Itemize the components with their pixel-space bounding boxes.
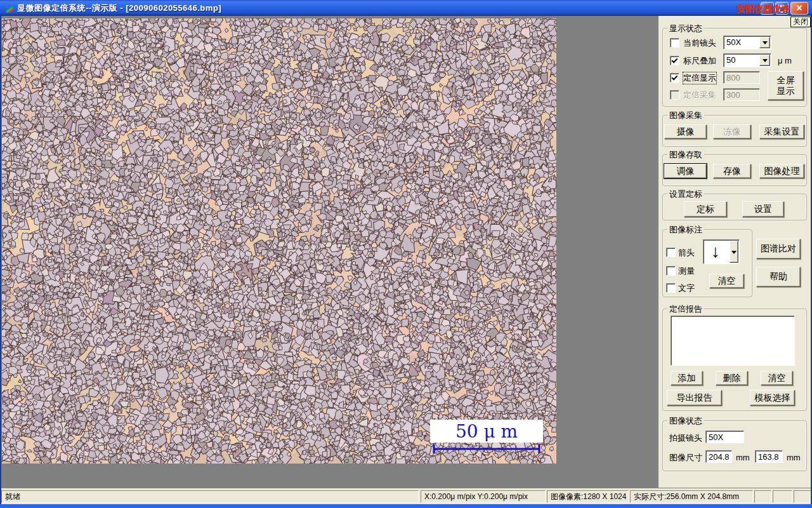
group-capture-title: 图像采集 [667,110,704,121]
current-lens-combobox[interactable]: 50X [723,36,771,50]
close-tooltip: 关闭 [790,17,811,27]
image-height-unit: mm [787,453,801,462]
text-checkbox[interactable] [666,283,676,293]
ruler-overlay-checkbox[interactable] [670,56,679,65]
fixed-display-checkbox[interactable] [670,73,679,83]
ruler-value: 50 [726,55,735,65]
current-lens-checkbox[interactable] [670,38,679,48]
image-size-label: 图像尺寸 [669,452,702,464]
scalebar-label: 50 μ m [455,421,518,442]
fullscreen-button[interactable]: 全屏 显示 [768,71,804,100]
report-clear-button[interactable]: 清空 [761,371,793,385]
template-select-button[interactable]: 模板选择 [750,390,795,406]
calibrate-button[interactable]: 定标 [684,201,727,217]
group-display-status-title: 显示状态 [667,23,704,34]
shoot-button[interactable]: 摄像 [664,124,707,139]
chevron-down-icon[interactable] [759,37,770,48]
close-button[interactable] [790,2,808,15]
fixed-display-label: 定倍显示 [683,72,716,84]
brand-watermark: 安阳仪器仪表 [737,4,790,15]
group-report-title: 定倍报告 [667,304,704,315]
arrow-label: 箭头 [678,247,695,258]
window-edge-bottom [0,504,812,508]
report-listbox[interactable] [671,316,795,366]
group-calibration-title: 设置定标 [667,189,704,200]
fixed-capture-label: 定倍采集 [683,90,716,101]
image-process-button[interactable]: 图像处理 [759,164,804,178]
report-add-button[interactable]: 添加 [671,371,703,385]
image-width-field: 204.8 [705,450,732,463]
freeze-button: 冻像 [713,124,751,139]
ruler-unit-label: μ m [778,56,792,65]
group-storage-title: 图像存取 [667,149,704,161]
load-image-button[interactable]: 调像 [664,164,707,178]
arrow-annotation-icon: ↓ [711,241,720,262]
status-empty-3 [794,490,811,503]
arrow-style-combobox[interactable]: ↓ [703,239,740,264]
window-title: 显微图像定倍系统--演示版 - [20090602055646.bmp] [17,3,221,14]
capture-lens-field: 50X [705,431,744,443]
image-height-field: 163.8 [755,450,783,463]
annotation-clear-button[interactable]: 清空 [709,274,744,288]
fullscreen-button-line1: 全屏 [777,75,795,86]
text-label: 文字 [678,283,695,294]
measure-label: 测量 [678,265,695,277]
scalebar-line [430,443,543,455]
chevron-down-icon[interactable] [730,241,738,263]
help-button[interactable]: 帮助 [756,267,801,287]
calibration-settings-button[interactable]: 设置 [742,201,784,217]
status-ready: 就绪 [1,490,419,503]
chevron-down-icon[interactable] [759,55,770,66]
status-empty-1 [754,490,771,503]
status-image-pixels: 图像像素:1280 X 1024 [547,490,629,503]
group-image-status: 图像状态 [662,420,807,471]
report-delete-button[interactable]: 删除 [716,371,748,385]
arrow-checkbox[interactable] [666,248,676,257]
capture-lens-label: 拍摄镜头 [669,432,702,444]
group-annotation-title: 图像标注 [667,224,704,236]
title-bar[interactable]: 显微图像定倍系统--演示版 - [20090602055646.bmp] 安阳仪… [0,0,812,16]
micrograph-image[interactable] [2,18,556,464]
fixed-capture-field: 300 [723,88,760,101]
ruler-overlay-label: 标尺叠加 [683,55,716,67]
ruler-value-combobox[interactable]: 50 [723,53,771,67]
capture-settings-button[interactable]: 采集设置 [759,124,804,139]
measure-checkbox[interactable] [666,266,676,276]
fixed-display-field: 800 [723,71,760,84]
fixed-capture-checkbox [670,90,679,100]
scalebar-label-box: 50 μ m [430,420,543,443]
save-image-button[interactable]: 存像 [713,164,751,178]
app-icon [4,3,15,13]
current-lens-label: 当前镜头 [683,37,716,49]
fullscreen-button-line2: 显示 [777,86,795,97]
status-pixel-scale: X:0.200μ m/pix Y:0.200μ m/pix [421,490,546,503]
group-image-status-title: 图像状态 [667,415,704,427]
status-actual-size: 实际尺寸:256.0mm X 204.8mm [630,490,753,503]
current-lens-value: 50X [726,37,741,47]
export-report-button[interactable]: 导出报告 [667,390,722,406]
status-empty-2 [773,490,792,503]
status-bar: 就绪 X:0.200μ m/pix Y:0.200μ m/pix 图像像素:12… [0,488,812,504]
window-edge-left [0,16,1,508]
app-window: 显微图像定倍系统--演示版 - [20090602055646.bmp] 安阳仪… [0,0,812,508]
atlas-compare-button[interactable]: 图谱比对 [756,239,801,259]
image-width-unit: mm [736,453,750,462]
